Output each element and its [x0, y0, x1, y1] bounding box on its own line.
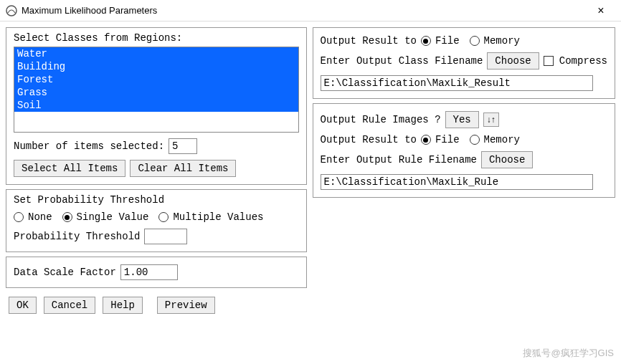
rule-output-label: Output Result to: [321, 134, 417, 145]
preview-button[interactable]: Preview: [157, 297, 215, 314]
radio-rule-memory[interactable]: Memory: [470, 134, 520, 145]
app-icon: [6, 5, 17, 16]
select-all-button[interactable]: Select All Items: [14, 160, 125, 177]
output-result-label: Output Result to: [321, 35, 417, 47]
radio-none[interactable]: None: [14, 211, 52, 223]
help-button[interactable]: Help: [103, 297, 143, 314]
class-file-input[interactable]: [321, 75, 593, 91]
list-item[interactable]: Soil: [14, 99, 298, 112]
watermark: 搜狐号@疯狂学习GIS: [523, 347, 614, 360]
compress-label: Compress: [559, 55, 607, 67]
output-class-panel: Output Result to File Memory Enter Outpu…: [313, 27, 615, 99]
compress-checkbox[interactable]: [544, 56, 554, 66]
list-item[interactable]: Grass: [14, 86, 298, 99]
radio-single-value[interactable]: Single Value: [62, 211, 149, 223]
bottom-button-bar: OK Cancel Help Preview: [6, 297, 307, 314]
radio-rule-file[interactable]: File: [421, 134, 460, 145]
svg-point-0: [6, 6, 16, 16]
classes-panel: Select Classes from Regions: Water Build…: [6, 27, 307, 185]
cancel-button[interactable]: Cancel: [44, 297, 95, 314]
radio-output-file[interactable]: File: [421, 35, 460, 47]
prob-threshold-input[interactable]: [144, 229, 187, 244]
threshold-legend: Set Probability Threshold: [14, 194, 164, 206]
scale-label: Data Scale Factor: [14, 267, 116, 278]
swap-icon[interactable]: ↓↑: [483, 112, 499, 127]
list-item[interactable]: Water: [14, 47, 298, 60]
ok-button[interactable]: OK: [9, 297, 37, 314]
titlebar: Maximum Likelihood Parameters ×: [0, 0, 621, 21]
radio-multiple-values[interactable]: Multiple Values: [158, 211, 263, 223]
prob-threshold-label: Probability Threshold: [14, 231, 140, 242]
rule-file-input[interactable]: [321, 174, 593, 190]
num-items-input[interactable]: [169, 138, 197, 154]
list-item[interactable]: Forest: [14, 73, 298, 86]
output-rule-panel: Output Rule Images ? Yes ↓↑ Output Resul…: [313, 103, 615, 198]
classes-listbox[interactable]: Water Building Forest Grass Soil: [14, 47, 299, 133]
num-items-label: Number of items selected:: [14, 140, 164, 152]
scale-input[interactable]: [120, 264, 178, 280]
radio-output-memory[interactable]: Memory: [470, 35, 520, 47]
rule-images-toggle[interactable]: Yes: [445, 111, 479, 128]
choose-class-file-button[interactable]: Choose: [487, 52, 539, 70]
scale-panel: Data Scale Factor: [6, 257, 307, 288]
close-button[interactable]: ×: [587, 4, 615, 17]
class-filename-label: Enter Output Class Filename: [321, 55, 483, 67]
threshold-panel: Set Probability Threshold None Single Va…: [6, 189, 307, 252]
select-classes-label: Select Classes from Regions:: [14, 32, 182, 44]
window-title: Maximum Likelihood Parameters: [22, 5, 587, 16]
rule-filename-label: Enter Output Rule Filename: [321, 154, 477, 166]
choose-rule-file-button[interactable]: Choose: [481, 151, 533, 168]
clear-all-button[interactable]: Clear All Items: [130, 160, 236, 177]
list-item[interactable]: Building: [14, 60, 298, 73]
rule-images-label: Output Rule Images ?: [321, 114, 441, 125]
